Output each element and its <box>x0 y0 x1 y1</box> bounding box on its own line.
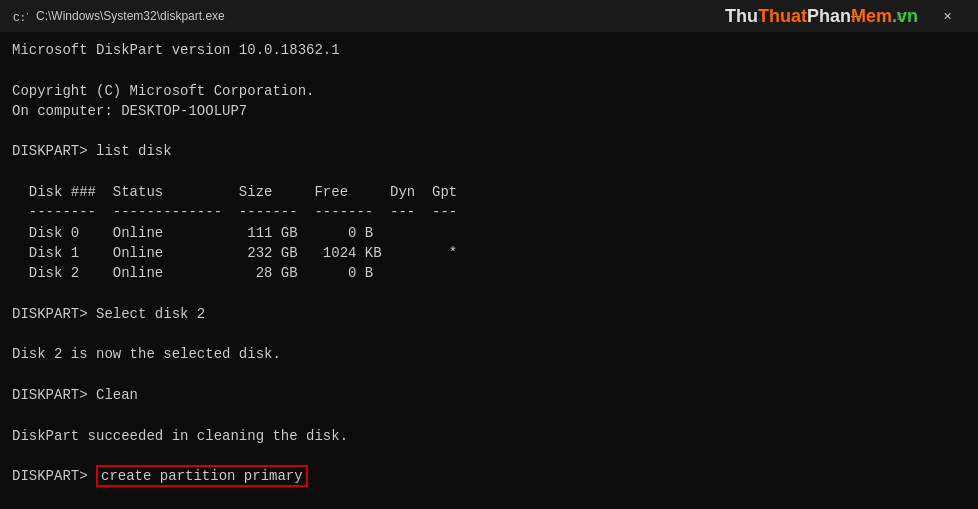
line-17 <box>12 365 966 385</box>
window-title: C:\Windows\System32\diskpart.exe <box>36 9 225 23</box>
line-4: On computer: DESKTOP-1OOLUP7 <box>12 101 966 121</box>
line-15 <box>12 324 966 344</box>
line-8: Disk ### Status Size Free Dyn Gpt <box>12 182 966 202</box>
line-14: DISKPART> Select disk 2 <box>12 304 966 324</box>
line-13 <box>12 284 966 304</box>
line-20: DiskPart succeeded in cleaning the disk. <box>12 426 966 446</box>
line-7 <box>12 162 966 182</box>
line-10: Disk 0 Online 111 GB 0 B <box>12 223 966 243</box>
console-output: Microsoft DiskPart version 10.0.18362.1 … <box>0 32 978 509</box>
line-11: Disk 1 Online 232 GB 1024 KB * <box>12 243 966 263</box>
cmd-icon: C:\ <box>12 8 28 24</box>
line-18: DISKPART> Clean <box>12 385 966 405</box>
window: C:\ C:\Windows\System32\diskpart.exe Thu… <box>0 0 978 509</box>
line-12: Disk 2 Online 28 GB 0 B <box>12 263 966 283</box>
line-19 <box>12 405 966 425</box>
line-23 <box>12 487 966 507</box>
line-16: Disk 2 is now the selected disk. <box>12 344 966 364</box>
line-5 <box>12 121 966 141</box>
title-bar: C:\ C:\Windows\System32\diskpart.exe Thu… <box>0 0 978 32</box>
watermark-thu: Thu <box>725 6 758 26</box>
highlighted-command: create partition primary <box>96 465 308 487</box>
line-22: DISKPART> create partition primary <box>12 466 966 486</box>
maximize-button[interactable]: □ <box>878 0 924 32</box>
watermark-thuat: Thuat <box>758 6 807 26</box>
line-9: -------- ------------- ------- ------- -… <box>12 202 966 222</box>
close-button[interactable]: ✕ <box>924 0 970 32</box>
minimize-button[interactable]: ─ <box>832 0 878 32</box>
line-6: DISKPART> list disk <box>12 141 966 161</box>
line-2 <box>12 60 966 80</box>
line-3: Copyright (C) Microsoft Corporation. <box>12 81 966 101</box>
line-1: Microsoft DiskPart version 10.0.18362.1 <box>12 40 966 60</box>
svg-text:C:\: C:\ <box>13 12 28 24</box>
title-bar-left: C:\ C:\Windows\System32\diskpart.exe <box>12 8 225 24</box>
line-21 <box>12 446 966 466</box>
title-bar-controls: ─ □ ✕ <box>832 0 970 32</box>
